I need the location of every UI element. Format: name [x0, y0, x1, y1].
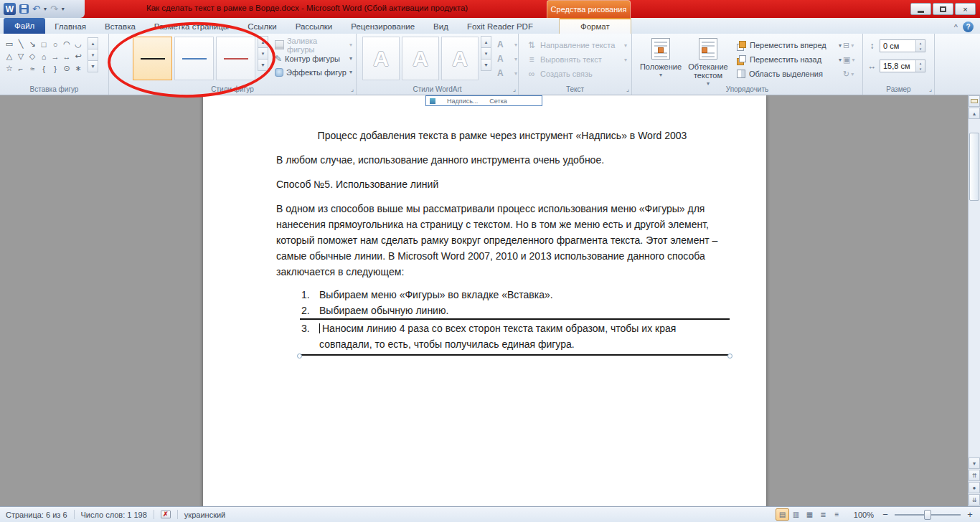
shape-bracket-icon[interactable]: ⌐ [15, 62, 27, 75]
wordart-style-1[interactable]: А [362, 37, 400, 80]
shape-star-icon[interactable]: ☆ [4, 62, 15, 75]
shape-arc-icon[interactable]: ◠ [61, 38, 72, 50]
shape-brace-left-icon[interactable]: { [38, 62, 50, 75]
view-fullscreen-button[interactable]: ▥ [789, 508, 803, 521]
scroll-up-icon[interactable]: ▴ [88, 37, 98, 49]
text-effects-button[interactable]: А ▾ [497, 66, 517, 80]
help-icon[interactable]: ? [963, 22, 974, 32]
qat-customize-icon[interactable]: ▾ [62, 6, 65, 12]
shape-donut-icon[interactable]: ⊙ [61, 62, 72, 75]
shape-oval-icon[interactable]: ○ [50, 38, 61, 50]
text-outline-button[interactable]: А ▾ [497, 52, 517, 66]
page-indicator[interactable]: Страница: 6 из 6 [6, 511, 67, 519]
bring-forward-button[interactable]: Переместить вперед ▾ [737, 38, 842, 52]
shape-curve-icon[interactable]: ◡ [72, 38, 84, 50]
shape-style-swatch-red[interactable] [216, 37, 255, 80]
drawn-line-box[interactable]: 3. Наносим линию 4 раза со всех сторон т… [300, 318, 730, 356]
shape-width-input[interactable]: 15,8 см ▴ ▾ [880, 60, 925, 72]
wordart-style-3[interactable]: А [441, 37, 479, 80]
tab-format-active[interactable]: Формат [559, 18, 631, 34]
line-endpoint-handle[interactable] [297, 353, 302, 359]
word-logo-icon[interactable]: W [4, 3, 16, 15]
ruler-toggle-button[interactable] [969, 95, 980, 107]
view-print-layout-button[interactable]: ▤ [776, 508, 789, 521]
tab-insert[interactable]: Вставка [95, 19, 145, 34]
tab-file[interactable]: Файл [4, 18, 45, 34]
shape-diamond-icon[interactable]: ◇ [27, 50, 38, 62]
shape-height-input[interactable]: 0 см ▴ ▾ [880, 39, 925, 52]
shape-outline-button[interactable]: ✎ Контур фигуры ▾ [273, 52, 354, 65]
shape-wave-icon[interactable]: ≈ [27, 62, 38, 75]
rotate-objects-button[interactable]: ↻ ▾ [843, 67, 862, 81]
maximize-button[interactable] [933, 3, 953, 15]
tab-review[interactable]: Рецензирование [341, 19, 424, 34]
shape-triangle-icon[interactable]: △ [4, 50, 15, 62]
zoom-out-button[interactable]: − [881, 509, 890, 520]
selection-pane-button[interactable]: Область выделения [737, 67, 842, 81]
shape-style-swatch-black[interactable] [133, 37, 172, 80]
scroll-down-icon[interactable]: ▾ [481, 47, 491, 60]
scroll-down-button[interactable]: ▾ [969, 457, 980, 469]
zoom-slider[interactable] [895, 514, 961, 516]
tab-references[interactable]: Ссылки [238, 19, 286, 34]
align-text-button[interactable]: ≡ Выровнять текст ▾ [524, 52, 629, 67]
line-endpoint-handle[interactable] [727, 353, 732, 359]
shape-arrow-icon[interactable]: ↘ [27, 38, 38, 50]
shape-home-icon[interactable]: ⌂ [38, 50, 50, 62]
language-indicator[interactable]: украинский [184, 511, 225, 519]
shape-asterisk-icon[interactable]: ∗ [72, 62, 84, 75]
scroll-up-button[interactable]: ▴ [969, 108, 980, 119]
shape-right-arrow-icon[interactable]: → [50, 50, 61, 62]
create-link-button[interactable]: ∞ Создать связь [524, 67, 629, 81]
zoom-slider-thumb[interactable] [924, 510, 931, 520]
zoom-in-button[interactable]: + [966, 509, 974, 520]
spellcheck-icon[interactable]: ✗ [161, 511, 171, 518]
redo-button[interactable]: ↷ [50, 4, 58, 14]
tab-view[interactable]: Вид [424, 19, 458, 34]
wordart-style-2[interactable]: А [402, 37, 439, 80]
wrap-text-button[interactable]: Обтекание текстом ▾ [684, 36, 732, 92]
send-backward-button[interactable]: Переместить назад ▾ [737, 52, 842, 67]
width-stepper[interactable]: ▴ ▾ [915, 60, 925, 72]
tab-page-layout[interactable]: Разметка страницы [145, 19, 238, 34]
close-button[interactable]: × [955, 3, 976, 15]
shape-triangle-down-icon[interactable]: ▽ [15, 50, 27, 62]
tab-foxit[interactable]: Foxit Reader PDF [458, 19, 542, 34]
height-stepper[interactable]: ▴ ▾ [915, 40, 925, 52]
tab-home[interactable]: Главная [45, 19, 95, 34]
shape-rectangle-icon[interactable]: □ [38, 38, 50, 50]
shape-textbox-icon[interactable]: ▭ [4, 38, 15, 50]
undo-button[interactable]: ↶ [32, 4, 40, 14]
align-objects-button[interactable]: ⊟ ▾ [843, 38, 862, 52]
word-count[interactable]: Число слов: 1 198 [81, 511, 147, 519]
scrollbar-thumb[interactable] [969, 133, 979, 201]
text-fill-button[interactable]: А ▾ [497, 37, 517, 52]
browse-object-button[interactable]: ● [969, 482, 980, 493]
gallery-more-icon[interactable]: ▼ [481, 59, 491, 71]
zoom-level[interactable]: 100% [854, 511, 874, 519]
group-objects-button[interactable]: ▣ ▾ [843, 52, 862, 67]
scroll-up-icon[interactable]: ▴ [481, 36, 491, 48]
view-outline-button[interactable]: ≣ [816, 508, 830, 521]
scroll-down-icon[interactable]: ▾ [88, 49, 98, 61]
gallery-more-icon[interactable]: ▼ [258, 59, 268, 71]
text-direction-button[interactable]: ⇅ Направление текста ▾ [524, 38, 629, 52]
next-page-button[interactable]: ⇊ [969, 494, 980, 506]
shape-line-icon[interactable]: ╲ [15, 38, 27, 50]
tab-mailings[interactable]: Рассылки [286, 19, 342, 34]
vertical-scrollbar[interactable]: ▴ ▾ ⇈ ● ⇊ [968, 95, 980, 506]
previous-page-button[interactable]: ⇈ [969, 470, 980, 481]
gallery-more-icon[interactable]: ▼ [88, 60, 98, 72]
minimize-button[interactable] [910, 3, 931, 15]
collapse-ribbon-icon[interactable]: ^ [954, 23, 958, 32]
undo-dropdown-icon[interactable]: ▾ [44, 6, 47, 12]
view-draft-button[interactable]: ≡ [830, 508, 844, 521]
document-page[interactable]: Процесс добавления текста в рамке через … [203, 95, 766, 506]
save-button[interactable] [19, 4, 29, 14]
shape-fill-button[interactable]: Заливка фигуры ▾ [273, 38, 354, 52]
scroll-down-icon[interactable]: ▾ [258, 47, 268, 60]
shape-double-arrow-icon[interactable]: ↔ [61, 50, 72, 62]
shape-style-swatch-blue[interactable] [174, 37, 214, 80]
shape-brace-right-icon[interactable]: } [50, 62, 61, 75]
shape-effects-button[interactable]: Эффекты фигур ▾ [273, 65, 354, 79]
